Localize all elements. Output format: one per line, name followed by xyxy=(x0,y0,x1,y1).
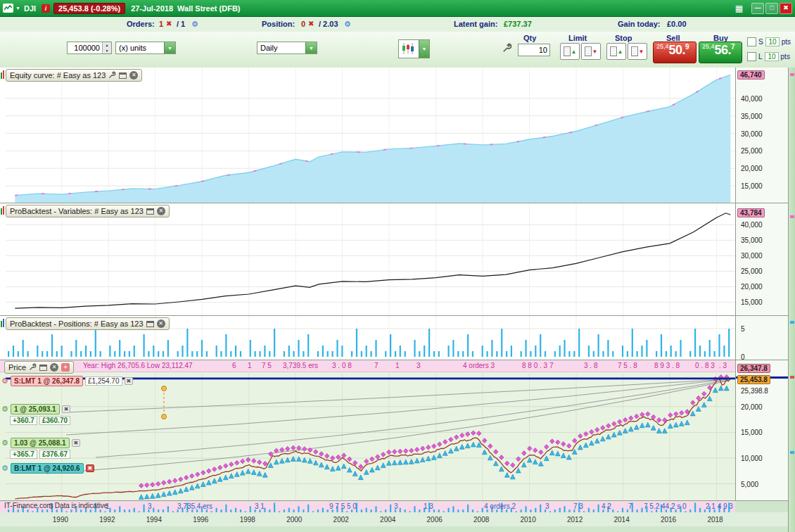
sell-price-main: 50. xyxy=(669,43,686,57)
limit-checkbox[interactable] xyxy=(747,52,756,61)
volume-strip-text: 3 xyxy=(545,502,549,510)
position-row: ⚙ 1 @ 25,093.1 ✖ xyxy=(1,404,70,414)
price-axis: 26,347.8 25,453.8 25,398.8 20,00015,0001… xyxy=(735,360,788,501)
window-icon[interactable] xyxy=(39,365,47,371)
info-bar-text: 7 5 xyxy=(262,362,272,369)
arrow-up-icon: ▲ xyxy=(618,49,623,55)
info-bar-text: 3 . 8 xyxy=(584,362,597,369)
market-name: Wall Street (DFB) xyxy=(177,4,240,13)
step-down-icon[interactable]: ▼ xyxy=(103,48,111,53)
stepper-arrows[interactable]: ▲ ▼ xyxy=(102,42,111,53)
buy-price-prefix: 25,4 xyxy=(702,43,715,50)
equity-axis: 46,740 40,00035,00030,00025,00020,00015,… xyxy=(735,68,788,203)
position-settings-icon[interactable]: ⚙ xyxy=(1,438,8,448)
quantity-value[interactable]: 100000 xyxy=(68,44,102,52)
position-settings-icon[interactable]: ⚙ xyxy=(1,405,8,414)
panel-rail-icon[interactable] xyxy=(0,70,6,82)
close-position-icon[interactable]: ✖ xyxy=(308,20,314,27)
panel-title: ProBacktest - Variables: # Easy as 123 xyxy=(10,207,144,215)
sell-button[interactable]: 25,450.9 xyxy=(653,42,697,63)
cancel-orders-icon[interactable]: ✖ xyxy=(166,20,172,27)
arrow-down-icon: ▼ xyxy=(592,49,598,55)
variables-panel: ProBacktest - Variables: # Easy as 123 ✕ xyxy=(0,203,735,316)
minimize-button[interactable]: — xyxy=(751,3,764,14)
time-axis[interactable]: 1990199219941996199820002002200420062008… xyxy=(0,512,795,526)
wrench-icon[interactable] xyxy=(29,363,37,372)
maximize-button[interactable]: □ xyxy=(765,3,778,14)
keyboard-icon[interactable]: ▦ xyxy=(735,4,743,13)
positions-panel-tab[interactable]: ProBacktest - Positions: # Easy as 123 ✕ xyxy=(6,317,170,330)
axis-label: 20,000 xyxy=(741,165,763,172)
order-settings-icon[interactable]: ⚙ xyxy=(1,464,8,473)
position-settings-icon[interactable]: ⚙ xyxy=(344,20,351,29)
price-chart[interactable] xyxy=(6,372,735,500)
year-label: 2004 xyxy=(380,516,395,524)
stop-sell-button[interactable]: ▼ xyxy=(628,43,647,60)
close-icon[interactable]: ✖ xyxy=(86,464,95,472)
buy-limit-order-badge[interactable]: B:LMT 1 @ 24,920.6 xyxy=(11,463,84,474)
position-badge[interactable]: 1.03 @ 25,088.1 xyxy=(11,438,70,448)
units-select[interactable]: (x) units ▼ xyxy=(115,42,176,54)
instrument-name[interactable]: DJI xyxy=(24,4,36,13)
variables-panel-tab[interactable]: ProBacktest - Variables: # Easy as 123 ✕ xyxy=(6,205,170,217)
year-label: 2012 xyxy=(567,516,583,524)
position-badge[interactable]: 1 @ 25,093.1 xyxy=(11,404,60,414)
chart-type-button[interactable]: ▼ xyxy=(398,39,430,58)
year-label: 1994 xyxy=(146,516,162,524)
close-icon[interactable]: ✖ xyxy=(72,439,81,447)
price-panel-tab[interactable]: Price ✕ + xyxy=(4,361,74,374)
equity-panel-tab[interactable]: Equity curve: # Easy as 123 ✕ xyxy=(6,69,142,82)
volume-strip-text: 7 5.2 44.2 s 0 xyxy=(644,502,687,510)
wrench-icon[interactable] xyxy=(108,71,116,80)
chevron-down-icon[interactable]: ▼ xyxy=(305,42,317,53)
limit-pts-input[interactable]: 10 xyxy=(765,52,779,61)
year-label: 2008 xyxy=(473,516,489,524)
orders-settings-icon[interactable]: ⚙ xyxy=(191,20,198,29)
info-bar-text: 8 9 3 . 8 xyxy=(654,362,680,369)
variables-chart[interactable] xyxy=(6,203,735,315)
units-value: (x) units xyxy=(116,44,164,52)
buy-button[interactable]: 25,456.7 xyxy=(699,42,742,63)
price-info-bar: Year: High 26,705.6 Low 23,112.47617 53,… xyxy=(0,360,735,372)
year-label: 2018 xyxy=(707,516,723,524)
close-icon[interactable]: ✕ xyxy=(157,319,165,328)
chevron-down-icon[interactable]: ▼ xyxy=(15,6,20,11)
close-icon[interactable]: ✖ xyxy=(62,405,71,413)
stop-pts-input[interactable]: 10 xyxy=(765,37,780,46)
equity-chart[interactable] xyxy=(6,68,735,203)
year-label: 2016 xyxy=(661,516,676,524)
chevron-down-icon[interactable]: ▼ xyxy=(164,42,175,53)
sell-limit-order-badge[interactable]: S:LMT 1 @ 26,347.8 xyxy=(11,376,83,386)
wrench-icon[interactable] xyxy=(502,43,512,56)
close-icon[interactable]: ✕ xyxy=(157,207,165,215)
close-button[interactable]: ✖ xyxy=(780,3,792,14)
axis-label: 15,000 xyxy=(741,298,763,306)
close-icon[interactable]: ✕ xyxy=(129,71,138,80)
info-icon[interactable]: i xyxy=(42,4,50,13)
limit-sell-button[interactable]: ▼ xyxy=(581,43,601,60)
close-icon[interactable]: ✕ xyxy=(50,363,58,372)
chevron-down-icon[interactable]: ▼ xyxy=(419,40,429,58)
qty-input[interactable]: 10 xyxy=(518,44,550,56)
axis-label: 30,000 xyxy=(741,252,763,260)
close-icon[interactable]: ✖ xyxy=(125,377,134,385)
window-icon[interactable] xyxy=(146,208,154,215)
qty-value[interactable]: 10 xyxy=(519,46,549,54)
panel-rail-icon[interactable] xyxy=(0,318,6,331)
panel-rail-icon[interactable] xyxy=(0,205,6,218)
step-up-icon[interactable]: ▲ xyxy=(103,42,111,48)
timeframe-select[interactable]: Daily ▼ xyxy=(257,42,317,54)
year-label: 2014 xyxy=(613,516,629,524)
stop-checkbox[interactable] xyxy=(747,37,756,46)
axis-label: 10,000 xyxy=(741,455,763,462)
add-icon[interactable]: + xyxy=(61,363,70,372)
quantity-stepper[interactable]: 100000 ▲ ▼ xyxy=(67,42,112,54)
window-icon[interactable] xyxy=(146,321,154,327)
limit-buy-button[interactable]: ▲ xyxy=(560,43,580,60)
window-icon[interactable] xyxy=(119,72,127,79)
right-scroll-strip[interactable] xyxy=(788,68,795,532)
variables-latest-badge: 43,784 xyxy=(737,208,765,217)
stop-buy-button[interactable]: ▲ xyxy=(606,43,626,60)
sell-price-prefix: 25,4 xyxy=(656,43,669,50)
order-settings-icon[interactable]: ⚙ xyxy=(1,376,8,386)
